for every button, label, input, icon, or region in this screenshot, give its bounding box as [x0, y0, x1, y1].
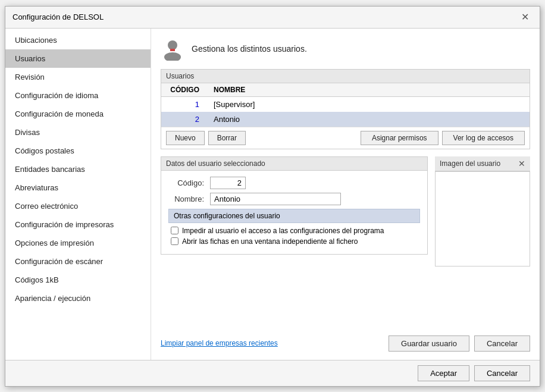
nombre-row: Nombre: — [168, 193, 420, 205]
svg-point-0 — [168, 40, 177, 50]
content-footer: Limpiar panel de empresas recientes Guar… — [161, 330, 530, 352]
checkbox-row-check1: Impedir al usuario el acceso a las confi… — [168, 227, 420, 235]
user-nombre: [Supervisor] — [209, 96, 530, 112]
nombre-label: Nombre: — [168, 195, 210, 203]
users-section-box: Usuarios CÓDIGO NOMBRE 1[Supervisor] — [161, 69, 530, 149]
main-content: Gestiona los distintos usuarios. Usuario… — [151, 29, 540, 360]
svg-point-1 — [164, 52, 181, 61]
nuevo-button[interactable]: Nuevo — [166, 131, 205, 145]
sidebar: UbicacionesUsuariosRevisiónConfiguración… — [5, 29, 151, 360]
content-footer-buttons: Guardar usuario Cancelar — [389, 335, 530, 352]
sidebar-item-abreviaturas[interactable]: Abreviaturas — [5, 178, 151, 197]
table-actions: Nuevo Borrar Asignar permisos Ver log de… — [161, 127, 530, 149]
codigo-label: Código: — [168, 178, 210, 187]
checkbox-check2[interactable] — [171, 237, 178, 245]
sidebar-item-ubicaciones[interactable]: Ubicaciones — [5, 31, 151, 49]
sidebar-item-apariencia-ejecucion[interactable]: Apariencia / ejecución — [5, 289, 151, 308]
dialog-body: UbicacionesUsuariosRevisiónConfiguración… — [5, 29, 540, 360]
datos-section-title: Datos del usuario seleccionado — [161, 157, 427, 171]
dialog-footer: Aceptar Cancelar — [5, 360, 540, 386]
dialog-title: Configuración de DELSOL — [12, 12, 104, 21]
sidebar-item-configuracion-moneda[interactable]: Configuración de moneda — [5, 105, 151, 123]
checkboxes-container: Impedir al usuario el acceso a las confi… — [168, 227, 420, 246]
imagen-section-title: Imagen del usuario ✕ — [435, 156, 530, 171]
data-left: Datos del usuario seleccionado Código: N… — [161, 156, 428, 266]
main-dialog: Configuración de DELSOL ✕ UbicacionesUsu… — [5, 6, 540, 387]
checkbox-label-check2: Abrir las fichas en una ventana independ… — [182, 237, 358, 246]
image-box — [435, 171, 530, 266]
table-row[interactable]: 2Antonio — [161, 112, 530, 127]
checkbox-label-check1: Impedir al usuario el acceso a las confi… — [182, 227, 384, 235]
imagen-close-button[interactable]: ✕ — [518, 159, 525, 168]
sidebar-item-configuracion-impresoras[interactable]: Configuración de impresoras — [5, 215, 151, 234]
right-panel: Gestiona los distintos usuarios. Usuario… — [151, 29, 540, 360]
cancelar-usuario-button[interactable]: Cancelar — [474, 335, 530, 352]
sidebar-item-entidades-bancarias[interactable]: Entidades bancarias — [5, 160, 151, 178]
main-header: Gestiona los distintos usuarios. — [161, 37, 530, 61]
sidebar-item-divisas[interactable]: Divisas — [5, 123, 151, 142]
guardar-usuario-button[interactable]: Guardar usuario — [389, 335, 469, 352]
asignar-permisos-button[interactable]: Asignar permisos — [361, 131, 438, 145]
svg-rect-2 — [170, 49, 175, 51]
main-header-text: Gestiona los distintos usuarios. — [192, 44, 307, 54]
sidebar-item-usuarios[interactable]: Usuarios — [5, 49, 151, 68]
col-header-codigo: CÓDIGO — [161, 83, 209, 97]
users-section-title: Usuarios — [161, 70, 530, 83]
otras-config-title: Otras configuraciones del usuario — [168, 209, 420, 223]
datos-section: Datos del usuario seleccionado Código: N… — [161, 156, 428, 255]
sidebar-item-correo-electronico[interactable]: Correo electrónico — [5, 197, 151, 215]
sidebar-item-opciones-impresion[interactable]: Opciones de impresión — [5, 234, 151, 252]
users-table: CÓDIGO NOMBRE 1[Supervisor]2Antonio — [161, 83, 530, 127]
title-bar: Configuración de DELSOL ✕ — [5, 7, 540, 29]
user-id: 2 — [161, 112, 209, 127]
ver-log-button[interactable]: Ver log de accesos — [442, 131, 525, 145]
limpiar-link[interactable]: Limpiar panel de empresas recientes — [161, 339, 278, 347]
user-nombre: Antonio — [209, 112, 530, 127]
sidebar-item-revision[interactable]: Revisión — [5, 68, 151, 86]
checkbox-check1[interactable] — [171, 227, 178, 234]
borrar-button[interactable]: Borrar — [208, 131, 246, 145]
codigo-input[interactable] — [210, 177, 246, 189]
users-list-container[interactable]: CÓDIGO NOMBRE 1[Supervisor]2Antonio — [161, 83, 530, 127]
checkbox-row-check2: Abrir las fichas en una ventana independ… — [168, 237, 420, 246]
data-image-row: Datos del usuario seleccionado Código: N… — [161, 156, 530, 266]
window-close-button[interactable]: ✕ — [518, 11, 533, 23]
sidebar-item-codigos-1kb[interactable]: Códigos 1kB — [5, 271, 151, 289]
image-right: Imagen del usuario ✕ — [435, 156, 530, 266]
codigo-row: Código: — [168, 177, 420, 189]
table-row[interactable]: 1[Supervisor] — [161, 96, 530, 112]
aceptar-button[interactable]: Aceptar — [418, 365, 469, 381]
sidebar-item-configuracion-idioma[interactable]: Configuración de idioma — [5, 86, 151, 105]
sidebar-item-codigos-postales[interactable]: Códigos postales — [5, 142, 151, 160]
col-header-nombre: NOMBRE — [209, 83, 530, 97]
nombre-input[interactable] — [210, 193, 341, 205]
sidebar-item-configuracion-escaner[interactable]: Configuración de escáner — [5, 252, 151, 271]
users-icon — [161, 37, 184, 61]
cancelar-button[interactable]: Cancelar — [474, 365, 530, 381]
user-id: 1 — [161, 96, 209, 112]
datos-section-inner: Código: Nombre: Otras configuraciones de… — [161, 171, 427, 254]
